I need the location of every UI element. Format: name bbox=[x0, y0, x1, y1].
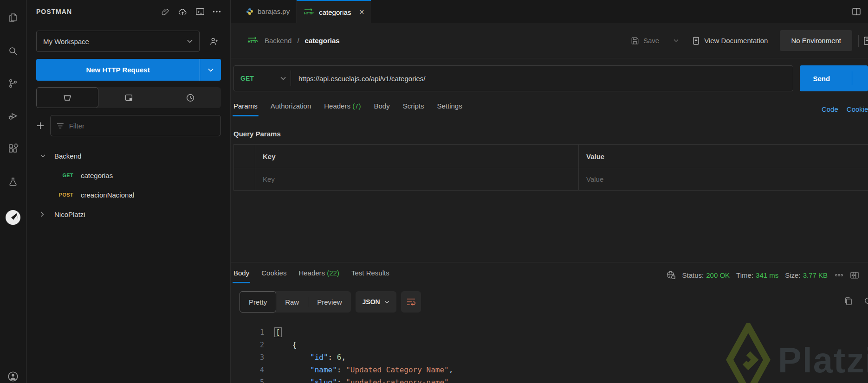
testing-flask-icon[interactable] bbox=[0, 170, 26, 194]
snippet-links: Code Cookies bbox=[822, 105, 868, 113]
collections-tree: Backend GET categorias POST creacionNaci… bbox=[36, 146, 221, 224]
paperclip-icon[interactable] bbox=[161, 7, 170, 16]
status-label: Status: bbox=[682, 271, 704, 279]
collections-tray-icon bbox=[62, 93, 72, 102]
filter-field[interactable] bbox=[50, 115, 221, 136]
tab-headers-label: Headers bbox=[324, 102, 350, 110]
account-icon[interactable] bbox=[0, 364, 26, 383]
svg-text:HTTP: HTTP bbox=[304, 11, 314, 15]
tab-categorias[interactable]: HTTP categorias ✕ bbox=[297, 0, 371, 23]
save-button[interactable]: Save bbox=[631, 37, 679, 45]
copy-response-icon[interactable] bbox=[844, 297, 853, 306]
method-selector[interactable]: GET bbox=[234, 75, 291, 82]
search-response-icon[interactable] bbox=[864, 297, 868, 306]
tab-headers[interactable]: Headers (7) bbox=[324, 102, 361, 116]
line-number: 4 bbox=[231, 366, 264, 374]
run-debug-icon[interactable] bbox=[0, 104, 26, 128]
line-number: 2 bbox=[231, 341, 264, 349]
send-label: Send bbox=[813, 75, 830, 83]
response-more-actions-icon[interactable] bbox=[835, 274, 843, 277]
tree-request-categorias[interactable]: GET categorias bbox=[36, 166, 221, 185]
request-url-row: GET Send bbox=[233, 65, 868, 91]
query-params-title: Query Params bbox=[233, 130, 281, 138]
explorer-icon[interactable] bbox=[0, 6, 26, 30]
view-mode-pretty[interactable]: Pretty bbox=[240, 291, 276, 313]
close-tab-icon[interactable]: ✕ bbox=[359, 8, 364, 16]
tab-label: categorias bbox=[319, 8, 351, 16]
json-string-value: "Updated Category Name" bbox=[346, 365, 449, 374]
tab-barajas-py[interactable]: barajas.py bbox=[240, 0, 297, 23]
search-icon[interactable] bbox=[0, 39, 26, 63]
format-selector[interactable]: JSON bbox=[356, 291, 396, 313]
request-label: creacionNacional bbox=[81, 191, 134, 199]
param-value-input[interactable] bbox=[586, 175, 841, 183]
filter-input[interactable] bbox=[69, 122, 214, 130]
http-request-icon: HTTP bbox=[246, 36, 259, 45]
divider bbox=[858, 35, 859, 47]
breadcrumb-parent[interactable]: Backend bbox=[265, 37, 291, 45]
workspace-selector[interactable]: My Workspace bbox=[36, 31, 200, 52]
value-column-header: Value bbox=[579, 145, 868, 168]
tree-folder-nicoplatzi[interactable]: NicoPlatzi bbox=[36, 204, 221, 224]
tree-folder-backend[interactable]: Backend bbox=[36, 146, 221, 166]
tab-response-headers[interactable]: Headers (22) bbox=[298, 269, 339, 283]
cookies-link[interactable]: Cookies bbox=[847, 105, 868, 113]
environment-selector-button[interactable]: No Environment bbox=[780, 30, 852, 51]
url-input[interactable] bbox=[291, 75, 793, 83]
tab-test-results[interactable]: Test Results bbox=[351, 269, 389, 283]
tab-response-body[interactable]: Body bbox=[233, 269, 249, 283]
response-actions bbox=[844, 297, 865, 306]
time-label: Time: bbox=[736, 271, 753, 279]
split-editor-icon[interactable] bbox=[852, 0, 861, 23]
new-http-request-label: New HTTP Request bbox=[36, 59, 200, 81]
history-view-tab[interactable] bbox=[160, 87, 221, 108]
new-http-request-button[interactable]: New HTTP Request bbox=[36, 59, 221, 81]
environment-quick-look-icon[interactable] bbox=[863, 36, 868, 45]
json-key: "name" bbox=[310, 365, 337, 374]
tab-body[interactable]: Body bbox=[374, 102, 389, 116]
svg-text:HTTP: HTTP bbox=[247, 39, 258, 44]
json-key: "slug" bbox=[310, 378, 337, 383]
sidebar-view-switch bbox=[36, 87, 221, 108]
editor-tab-bar: barajas.py HTTP categorias ✕ bbox=[231, 0, 868, 23]
console-icon[interactable] bbox=[195, 7, 205, 16]
open-response-panel-icon[interactable] bbox=[850, 272, 859, 279]
tab-response-cookies[interactable]: Cookies bbox=[261, 269, 286, 283]
network-globe-icon[interactable] bbox=[666, 270, 676, 280]
source-control-icon[interactable] bbox=[0, 71, 26, 96]
line-number: 5 bbox=[231, 378, 264, 383]
tab-headers-label: Headers bbox=[298, 269, 325, 277]
more-options-icon[interactable] bbox=[213, 10, 221, 13]
json-number-value: 6 bbox=[337, 353, 342, 362]
tab-params[interactable]: Params bbox=[233, 102, 258, 116]
save-dropdown-icon[interactable] bbox=[674, 39, 679, 42]
new-request-dropdown[interactable] bbox=[200, 59, 221, 81]
breadcrumb-current[interactable]: categorias bbox=[305, 37, 340, 45]
tab-settings[interactable]: Settings bbox=[437, 102, 462, 116]
add-request-icon[interactable] bbox=[36, 121, 50, 130]
code-link[interactable]: Code bbox=[822, 105, 838, 113]
environments-view-tab[interactable] bbox=[98, 87, 160, 108]
param-key-input[interactable] bbox=[263, 175, 547, 183]
extensions-icon[interactable] bbox=[0, 136, 26, 160]
postman-extension-icon[interactable] bbox=[0, 205, 26, 230]
tab-authorization[interactable]: Authorization bbox=[271, 102, 311, 116]
tab-scripts[interactable]: Scripts bbox=[403, 102, 424, 116]
view-documentation-button[interactable]: View Documentation bbox=[693, 37, 768, 45]
tree-request-creacionnacional[interactable]: POST creacionNacional bbox=[36, 185, 221, 204]
chevron-down-icon bbox=[40, 154, 48, 158]
view-mode-preview[interactable]: Preview bbox=[308, 291, 350, 313]
row-select-cell[interactable] bbox=[234, 168, 255, 190]
breadcrumb-separator: / bbox=[297, 37, 299, 45]
collections-view-tab[interactable] bbox=[36, 87, 98, 108]
send-button[interactable]: Send bbox=[800, 65, 868, 91]
method-badge-post: POST bbox=[36, 192, 73, 198]
view-mode-raw[interactable]: Raw bbox=[276, 291, 308, 313]
filter-row bbox=[36, 115, 221, 136]
line-number: 3 bbox=[231, 353, 264, 362]
word-wrap-icon[interactable] bbox=[401, 291, 421, 313]
response-status-bar: Status: 200 OK Time: 341 ms Size: 3.77 K… bbox=[666, 270, 859, 280]
invite-user-icon[interactable] bbox=[209, 37, 219, 46]
workspace-name: My Workspace bbox=[43, 38, 89, 45]
cloud-upload-icon[interactable] bbox=[178, 7, 188, 16]
